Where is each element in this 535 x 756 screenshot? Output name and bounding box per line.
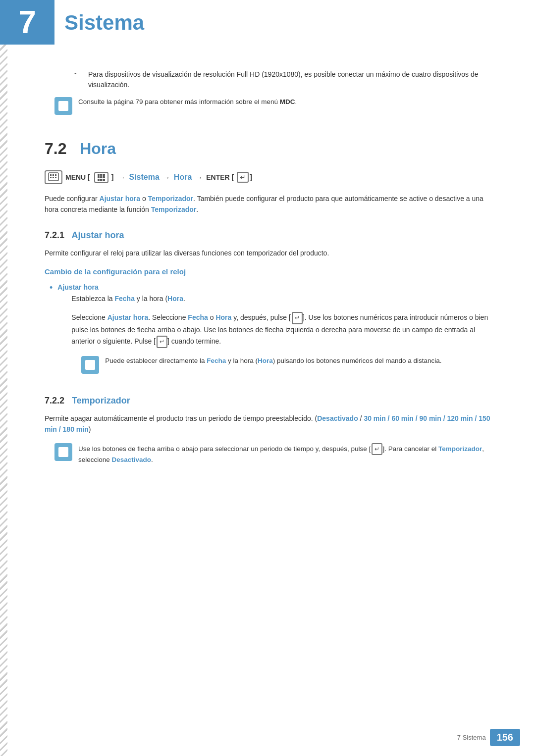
note-icon-inner-3 [58, 447, 68, 457]
indent-block-1: Establezca la Fecha y la hora (Hora. Sel… [71, 293, 490, 374]
chapter-title: Sistema [64, 11, 144, 35]
note-box-1: Consulte la página 79 para obtener más i… [54, 97, 490, 115]
menu-text: MENU [ [65, 173, 90, 181]
section-title: 7.2 Hora [45, 140, 490, 158]
arrow-1: → [118, 174, 125, 181]
arrow-2: → [163, 174, 170, 181]
section722-description: Permite apagar automáticamente el produc… [45, 413, 490, 435]
svg-rect-5 [53, 177, 54, 178]
enter-icon-4: ↵ [372, 443, 382, 455]
subsection-721-desc: Permite configurar el reloj para utiliza… [45, 248, 490, 258]
note-icon-inner [58, 101, 68, 111]
section72-description: Puede configurar Ajustar hora o Temporiz… [45, 193, 490, 215]
enter-text: ENTER [ [206, 173, 234, 181]
subsection-722-title: 7.2.2 Temporizador [45, 396, 490, 406]
footer: 7 Sistema 156 [457, 729, 520, 746]
bullet-ajustar-hora: • Ajustar hora Establezca la Fecha y la … [50, 282, 490, 381]
note-icon-1 [54, 97, 72, 115]
note-icon-3 [54, 443, 72, 461]
grid-icon-box [94, 172, 108, 183]
bullet-text-1: Para dispositivos de visualización de re… [88, 69, 490, 90]
enter-icon-3: ↵ [157, 336, 167, 348]
menu-tv-icon [48, 172, 59, 181]
menu-outer-box [45, 170, 62, 184]
menu-label [48, 172, 59, 182]
footer-page: 156 [490, 729, 520, 746]
bullet-text-establecer: Establezca la Fecha y la hora (Hora. [71, 293, 490, 304]
pencil-icon-3 [59, 448, 67, 456]
menu-hora: Hora [174, 173, 192, 182]
arrow-3: → [196, 174, 202, 181]
menu-path: MENU [ ] → Sistema → Hora → ENTER [ ↵ [45, 170, 490, 184]
menu-bracket-close: ] [111, 173, 114, 181]
pencil-icon-2 [86, 361, 94, 369]
grid-icon [98, 174, 105, 181]
subsection-722: 7.2.2 Temporizador Permite apagar automá… [45, 396, 490, 465]
svg-rect-1 [50, 174, 52, 176]
svg-rect-4 [50, 177, 52, 178]
page: 7 Sistema - Para dispositivos de visuali… [0, 0, 535, 756]
bullet-content-1: Ajustar hora Establezca la Fecha y la ho… [57, 282, 490, 381]
chapter-header: 7 [0, 0, 54, 45]
sub-sub-title-reloj: Cambio de la configuración para el reloj [45, 267, 490, 276]
subsection-721: 7.2.1 Ajustar hora Permite configurar el… [45, 230, 490, 381]
stripe-decoration [0, 0, 7, 756]
section-7-2: 7.2 Hora [45, 140, 490, 215]
menu-sistema: Sistema [129, 173, 159, 182]
svg-rect-3 [55, 174, 56, 176]
blue-bullet-1: • [50, 282, 53, 294]
subsection-721-title: 7.2.1 Ajustar hora [45, 230, 490, 241]
bullet-item-1: - Para dispositivos de visualización de … [45, 69, 490, 90]
main-content: - Para dispositivos de visualización de … [0, 0, 535, 512]
note-text-2: Puede establecer directamente la Fecha y… [105, 356, 441, 366]
svg-rect-2 [53, 174, 54, 176]
footer-text: 7 Sistema [457, 734, 486, 741]
bullet-dash: - [74, 69, 84, 77]
enter-icon-2: ↵ [292, 312, 303, 324]
note-text-1: Consulte la página 79 para obtener más i… [78, 97, 297, 107]
note-text-3: Use los botones de flecha arriba o abajo… [78, 443, 490, 465]
enter-bracket-close: ] [250, 173, 252, 181]
enter-icon-box: ↵ [237, 172, 249, 183]
note-icon-2 [81, 356, 99, 374]
note-icon-inner-2 [85, 360, 95, 370]
enter-symbol: ↵ [240, 173, 246, 181]
note-box-3: Use los botones de flecha arriba o abajo… [54, 443, 490, 465]
note-box-2: Puede establecer directamente la Fecha y… [81, 356, 490, 374]
pencil-icon [59, 102, 67, 110]
bullet-text-seleccione: Seleccione Ajustar hora. Seleccione Fech… [71, 312, 490, 348]
intro-section: - Para dispositivos de visualización de … [45, 69, 490, 115]
svg-rect-6 [55, 177, 56, 178]
chapter-number: 7 [18, 6, 36, 38]
